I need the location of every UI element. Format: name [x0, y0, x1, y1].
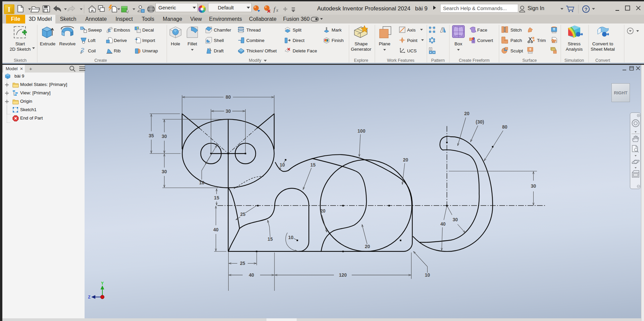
svg-text:Fillet: Fillet — [188, 41, 197, 46]
svg-text:Create Freeform: Create Freeform — [459, 58, 490, 63]
svg-text:Stitch: Stitch — [510, 28, 522, 33]
svg-text:Rib: Rib — [114, 48, 120, 53]
svg-text:Surface: Surface — [522, 58, 537, 63]
svg-text:Origin: Origin — [20, 99, 32, 104]
svg-text:Draft: Draft — [214, 48, 224, 53]
svg-text:Direct: Direct — [293, 38, 305, 43]
svg-text:End of Part: End of Part — [20, 116, 43, 121]
svg-text:18: 18 — [199, 180, 204, 185]
svg-text:35: 35 — [149, 133, 154, 138]
svg-text:Sketch1: Sketch1 — [20, 107, 37, 112]
svg-text:2D Sketch: 2D Sketch — [10, 47, 31, 52]
svg-text:Chamfer: Chamfer — [214, 28, 231, 33]
svg-text:Axis: Axis — [407, 28, 416, 33]
svg-text:Shape: Shape — [354, 41, 367, 46]
svg-text:Simulation: Simulation — [564, 58, 584, 63]
svg-text:Sculpt: Sculpt — [510, 48, 523, 53]
svg-text:Extrude: Extrude — [40, 41, 56, 46]
svg-text:Box: Box — [454, 41, 462, 46]
svg-text:Emboss: Emboss — [114, 28, 130, 33]
svg-text:Decal: Decal — [142, 28, 154, 33]
svg-text:f: f — [274, 6, 276, 13]
svg-text:20: 20 — [464, 111, 469, 116]
svg-text:Work Features: Work Features — [387, 58, 414, 63]
svg-text:30: 30 — [226, 108, 231, 114]
svg-text:25: 25 — [240, 261, 245, 266]
svg-text:Mark: Mark — [332, 28, 342, 33]
svg-text:Generator: Generator — [351, 47, 371, 52]
svg-text:15: 15 — [310, 162, 316, 168]
svg-text:Face: Face — [477, 28, 487, 33]
svg-text:Hole: Hole — [171, 41, 180, 46]
svg-text:x: x — [276, 8, 279, 13]
svg-text:Loft: Loft — [88, 38, 96, 43]
svg-text:80: 80 — [502, 124, 507, 130]
svg-text:100: 100 — [357, 128, 365, 134]
svg-text:Derive: Derive — [114, 38, 127, 43]
svg-text:UCS: UCS — [407, 48, 417, 53]
svg-text:Thread: Thread — [246, 28, 261, 33]
svg-text:(30): (30) — [476, 119, 484, 125]
svg-text:Sketch: Sketch — [14, 58, 27, 63]
svg-text:25: 25 — [240, 212, 246, 217]
svg-text:?: ? — [584, 6, 587, 12]
svg-text:Finish: Finish — [332, 38, 344, 43]
svg-text:30: 30 — [162, 134, 167, 139]
svg-text:40: 40 — [213, 227, 219, 232]
svg-text:Split: Split — [293, 28, 302, 33]
svg-text:E: E — [108, 28, 111, 33]
svg-text:Convert: Convert — [595, 58, 610, 63]
svg-text:Thicken/ Offset: Thicken/ Offset — [246, 48, 277, 53]
svg-text:Sweep: Sweep — [88, 28, 102, 33]
svg-text:Sheet Metal: Sheet Metal — [591, 47, 615, 52]
svg-text:30: 30 — [453, 217, 458, 222]
svg-text:Convert to: Convert to — [592, 41, 613, 46]
svg-text:Convert: Convert — [477, 38, 493, 43]
svg-text:Unwrap: Unwrap — [142, 48, 158, 53]
svg-text:10: 10 — [288, 235, 294, 240]
svg-text:Analysis: Analysis — [566, 47, 583, 52]
svg-text:Delete Face: Delete Face — [293, 48, 317, 53]
svg-text:Y: Y — [101, 281, 104, 286]
svg-text:bài 9: bài 9 — [14, 74, 24, 79]
svg-text:Create: Create — [94, 58, 107, 63]
svg-text:20: 20 — [403, 157, 408, 163]
svg-text:20: 20 — [365, 244, 370, 249]
svg-text:Patch: Patch — [510, 38, 522, 43]
svg-text:120: 120 — [339, 272, 347, 278]
svg-text:30: 30 — [531, 183, 536, 189]
svg-text:Revolve: Revolve — [59, 41, 76, 46]
svg-text:10: 10 — [280, 162, 285, 168]
svg-text:Trim: Trim — [537, 38, 546, 43]
svg-text:Combine: Combine — [246, 38, 264, 43]
svg-text:Point: Point — [407, 38, 417, 43]
svg-text:I: I — [8, 5, 10, 13]
svg-text:Explore: Explore — [354, 58, 368, 63]
svg-text:15: 15 — [214, 195, 219, 200]
svg-text:10: 10 — [425, 272, 430, 278]
svg-text:Modify: Modify — [249, 58, 262, 63]
svg-text:40: 40 — [249, 272, 254, 278]
svg-text:80: 80 — [226, 94, 231, 100]
svg-text:Shell: Shell — [214, 38, 224, 43]
svg-text:Import: Import — [142, 38, 155, 43]
svg-text:Pattern: Pattern — [431, 58, 445, 63]
svg-text:Stress: Stress — [568, 41, 581, 46]
svg-text:40: 40 — [440, 221, 446, 227]
svg-text:View: [Primary]: View: [Primary] — [20, 90, 51, 95]
svg-text:Z: Z — [88, 295, 90, 300]
svg-text:Plane: Plane — [379, 41, 391, 46]
svg-text:Model States: [Primary]: Model States: [Primary] — [20, 82, 67, 87]
svg-text:30: 30 — [162, 169, 167, 174]
svg-text:Coil: Coil — [88, 48, 96, 53]
svg-text:Start: Start — [15, 41, 25, 46]
svg-text:15: 15 — [267, 236, 273, 242]
svg-text:20: 20 — [320, 208, 326, 214]
